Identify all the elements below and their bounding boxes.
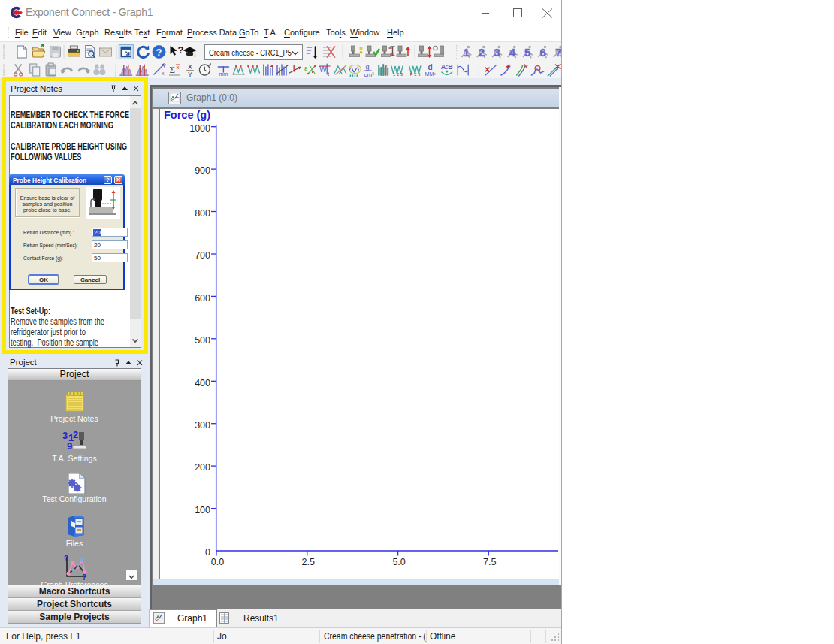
svg-text:800: 800 <box>195 208 210 219</box>
svg-text:0: 0 <box>205 547 210 558</box>
svg-text:?: ? <box>64 555 68 563</box>
svg-text:1000: 1000 <box>189 123 210 134</box>
svg-text:2: 2 <box>73 431 78 440</box>
svg-text:MM³: MM³ <box>425 71 437 77</box>
svg-text:?: ? <box>156 47 162 58</box>
svg-text:F 2 3: F 2 3 <box>410 72 421 77</box>
svg-text:7: 7 <box>555 46 561 59</box>
svg-text:mm: mm <box>219 71 228 77</box>
svg-text:5: 5 <box>524 46 530 59</box>
svg-text:7.5: 7.5 <box>483 557 496 567</box>
svg-text:Y: Y <box>188 71 192 78</box>
svg-text:X: X <box>188 63 192 71</box>
svg-text:y: y <box>163 62 166 68</box>
svg-text:k: k <box>524 63 527 68</box>
svg-text:1 2 3: 1 2 3 <box>393 72 403 77</box>
svg-text:5.0: 5.0 <box>392 557 405 567</box>
svg-text:900: 900 <box>195 165 210 176</box>
svg-text:cm³: cm³ <box>364 71 374 78</box>
svg-text:400: 400 <box>195 378 210 389</box>
svg-text:A:B: A:B <box>441 63 453 71</box>
svg-text:t: t <box>328 71 329 77</box>
svg-text:700: 700 <box>195 250 210 261</box>
svg-text:200: 200 <box>195 462 210 473</box>
svg-text:0.0: 0.0 <box>211 557 224 567</box>
svg-text:Σ: Σ <box>169 64 175 75</box>
svg-text:6: 6 <box>540 46 546 59</box>
svg-text:600: 600 <box>195 293 210 304</box>
svg-text:2.5: 2.5 <box>302 557 315 567</box>
svg-text:4: 4 <box>509 46 516 59</box>
svg-text:1: 1 <box>463 46 469 59</box>
svg-text:?: ? <box>178 44 184 56</box>
svg-text:x: x <box>162 71 165 76</box>
svg-text:9: 9 <box>67 440 72 450</box>
svg-text:2: 2 <box>479 46 485 59</box>
svg-text:300: 300 <box>195 420 210 431</box>
svg-text:3: 3 <box>494 46 500 59</box>
svg-text:d: d <box>428 63 433 71</box>
svg-text:ε: ε <box>304 65 307 72</box>
svg-text:100: 100 <box>195 505 210 516</box>
svg-text:3: 3 <box>62 431 68 441</box>
svg-text:500: 500 <box>195 335 210 346</box>
svg-text:g: g <box>365 63 369 71</box>
svg-text:Force (g): Force (g) <box>164 109 210 121</box>
svg-text:W: W <box>319 65 327 74</box>
